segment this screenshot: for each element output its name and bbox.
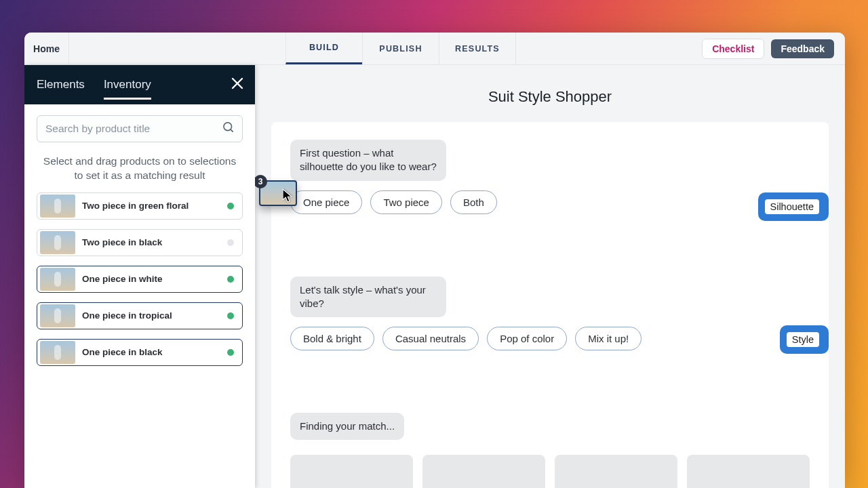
quiz-card: First question – what silhouette do you … (271, 122, 829, 488)
drag-ghost: 3 (259, 180, 297, 206)
status-dot (227, 203, 234, 209)
product-item[interactable]: One piece in black (37, 339, 243, 366)
option-pill[interactable]: Pop of color (487, 327, 567, 350)
product-thumb (40, 268, 75, 291)
tab-results[interactable]: RESULTS (439, 33, 516, 64)
main-tabs: BUILD PUBLISH RESULTS (286, 33, 516, 64)
option-row: One piece Two piece Both (290, 190, 810, 214)
svg-point-2 (224, 123, 232, 131)
product-item[interactable]: One piece in tropical (37, 302, 243, 329)
result-slot[interactable] (290, 455, 413, 488)
product-list: Two piece in green floral Two piece in b… (24, 192, 255, 377)
product-title: One piece in black (82, 347, 220, 357)
sidebar-tab-inventory[interactable]: Inventory (104, 74, 151, 96)
attribute-tag[interactable]: Style (780, 325, 829, 354)
search-input-wrap (37, 115, 243, 142)
drag-count-badge: 3 (255, 175, 267, 188)
result-grid (290, 455, 810, 488)
status-dot (227, 349, 234, 356)
cursor-icon (282, 188, 294, 206)
checklist-button[interactable]: Checklist (702, 39, 764, 59)
attribute-chip: Style (787, 332, 819, 347)
sidebar-tab-elements[interactable]: Elements (37, 74, 85, 96)
close-icon[interactable] (229, 75, 245, 94)
product-item[interactable]: Two piece in black (37, 229, 243, 256)
sidebar-tabs: Elements Inventory (24, 65, 255, 104)
option-pill[interactable]: Two piece (370, 190, 442, 214)
canvas: Suit Style Shopper First question – what… (255, 65, 845, 488)
app-window: Home BUILD PUBLISH RESULTS Checklist Fee… (24, 33, 845, 488)
status-dot (227, 312, 234, 319)
search-input[interactable] (37, 123, 242, 135)
status-dot (227, 239, 234, 246)
product-thumb (40, 195, 75, 218)
question-prompt: First question – what silhouette do you … (290, 140, 446, 181)
topbar-actions: Checklist Feedback (691, 33, 845, 64)
tab-publish[interactable]: PUBLISH (362, 33, 439, 64)
product-title: Two piece in green floral (82, 201, 220, 211)
topbar: Home BUILD PUBLISH RESULTS Checklist Fee… (24, 33, 845, 65)
product-thumb (40, 304, 75, 327)
question-prompt: Let's talk style – what's your vibe? (290, 277, 446, 318)
product-thumb (40, 341, 75, 364)
result-slot[interactable] (687, 455, 810, 488)
option-pill[interactable]: One piece (290, 190, 362, 214)
body: Elements Inventory Select and drag produ… (24, 65, 845, 488)
attribute-tag[interactable]: Silhouette (758, 192, 829, 221)
tab-build[interactable]: BUILD (285, 33, 363, 64)
product-item[interactable]: Two piece in green floral (37, 192, 243, 220)
svg-line-3 (231, 129, 233, 132)
home-button[interactable]: Home (24, 33, 69, 64)
page-title: Suit Style Shopper (271, 88, 829, 106)
option-pill[interactable]: Both (450, 190, 497, 214)
product-title: Two piece in black (82, 237, 220, 247)
option-pill[interactable]: Mix it up! (575, 327, 642, 350)
sidebar-hint: Select and drag products on to selection… (24, 148, 255, 192)
feedback-button[interactable]: Feedback (771, 39, 834, 58)
attribute-chip: Silhouette (765, 199, 820, 214)
sidebar: Elements Inventory Select and drag produ… (24, 65, 255, 488)
search-icon (222, 121, 235, 137)
result-slot[interactable] (422, 455, 545, 488)
status-bubble: Finding your match... (290, 413, 404, 440)
product-title: One piece in tropical (82, 310, 220, 321)
status-dot (227, 276, 234, 283)
result-slot[interactable] (555, 455, 677, 488)
option-row: Bold & bright Casual neutrals Pop of col… (290, 327, 810, 350)
product-thumb (40, 231, 75, 254)
product-title: One piece in white (82, 274, 220, 284)
option-pill[interactable]: Bold & bright (290, 327, 374, 350)
option-pill[interactable]: Casual neutrals (382, 327, 479, 350)
product-item[interactable]: One piece in white (37, 266, 243, 293)
